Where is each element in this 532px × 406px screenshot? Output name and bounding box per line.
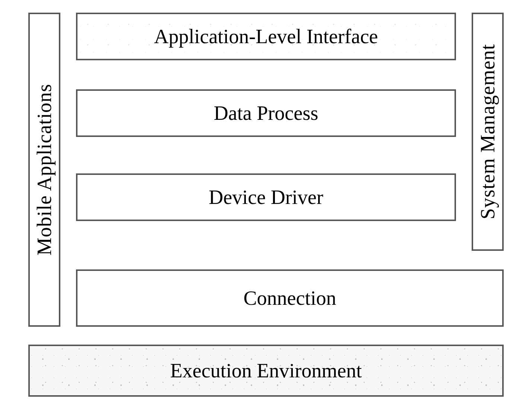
system-management-label: System Management bbox=[476, 44, 499, 219]
system-management-column: System Management bbox=[472, 13, 504, 251]
device-driver-label: Device Driver bbox=[209, 186, 323, 209]
execution-environment-label: Execution Environment bbox=[170, 359, 362, 382]
data-process-layer: Data Process bbox=[76, 89, 456, 137]
data-process-label: Data Process bbox=[214, 102, 318, 125]
mobile-applications-column: Mobile Applications bbox=[28, 13, 60, 327]
architecture-diagram: Mobile Applications System Management Ap… bbox=[0, 0, 532, 406]
application-level-interface-label: Application-Level Interface bbox=[154, 25, 378, 48]
device-driver-layer: Device Driver bbox=[76, 173, 456, 221]
mobile-applications-label: Mobile Applications bbox=[33, 84, 56, 255]
connection-label: Connection bbox=[244, 287, 336, 310]
connection-layer: Connection bbox=[76, 269, 504, 327]
application-level-interface-layer: Application-Level Interface bbox=[76, 13, 456, 60]
execution-environment-layer: Execution Environment bbox=[28, 345, 504, 397]
